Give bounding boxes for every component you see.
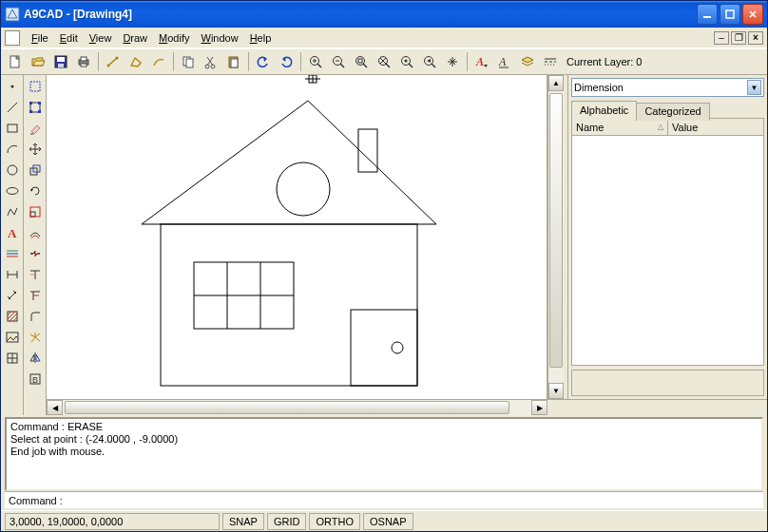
open-button[interactable] (28, 51, 48, 72)
erase-tool[interactable] (26, 119, 45, 138)
command-history[interactable]: Command : ERASE Select at point : (-24.0… (5, 417, 763, 491)
zoom-previous-button[interactable] (419, 51, 440, 72)
svg-point-10 (107, 65, 110, 67)
scroll-down-button[interactable]: ▼ (548, 383, 564, 399)
scroll-right-button[interactable]: ▶ (531, 400, 547, 415)
distance-button[interactable] (103, 51, 124, 72)
copy-tool[interactable] (26, 161, 45, 180)
arc-tool[interactable] (3, 140, 22, 159)
print-button[interactable] (73, 51, 94, 72)
zoom-window-button[interactable] (351, 51, 372, 72)
svg-rect-51 (358, 129, 377, 172)
mdi-doc-icon[interactable] (5, 30, 20, 46)
object-type-dropdown[interactable]: Dimension ▼ (571, 78, 764, 97)
menu-file[interactable]: File (26, 30, 54, 46)
text-tool[interactable]: A (3, 223, 22, 242)
select-tool[interactable] (26, 77, 45, 96)
copy-button[interactable] (178, 51, 199, 72)
polyline-tool[interactable] (3, 202, 22, 221)
new-button[interactable] (5, 51, 26, 72)
menu-view[interactable]: View (84, 30, 118, 46)
menu-modify[interactable]: Modify (153, 30, 195, 46)
zoom-out-button[interactable] (328, 51, 349, 72)
point-tool[interactable] (3, 77, 22, 96)
layers-button[interactable] (517, 51, 538, 72)
extend-tool[interactable] (26, 286, 45, 305)
property-grid[interactable] (571, 136, 764, 366)
hatch-tool[interactable] (3, 307, 22, 326)
circle-tool[interactable] (3, 161, 22, 180)
zoom-extent-button[interactable] (374, 51, 394, 72)
list-button[interactable] (148, 51, 169, 72)
offset-tool[interactable] (26, 223, 45, 242)
mirror-tool[interactable] (26, 349, 45, 368)
svg-rect-1 (703, 16, 711, 18)
scroll-up-button[interactable]: ▲ (548, 75, 564, 91)
drawing-content (47, 75, 547, 399)
dim-style-button[interactable]: A (494, 51, 515, 72)
minimize-button[interactable] (697, 4, 718, 25)
drawing-canvas[interactable] (47, 75, 547, 399)
menu-draw[interactable]: Draw (117, 30, 153, 46)
ellipse-tool[interactable] (3, 181, 22, 200)
col-name[interactable]: Name△ (572, 119, 668, 135)
zoom-in-button[interactable] (305, 51, 326, 72)
svg-rect-29 (8, 124, 17, 132)
scroll-left-button[interactable]: ◀ (47, 400, 63, 415)
rectangle-tool[interactable] (3, 119, 22, 138)
svg-point-31 (7, 188, 18, 195)
tab-categorized[interactable]: Categorized (636, 103, 709, 121)
menu-help[interactable]: Help (244, 30, 278, 46)
line-tool[interactable] (3, 98, 22, 117)
tab-alphabetic[interactable]: Alphabetic (571, 101, 637, 119)
make-block-tool[interactable]: B (26, 370, 45, 389)
scale-tool[interactable] (26, 202, 45, 221)
menu-window[interactable]: Window (195, 30, 243, 46)
menu-edit[interactable]: Edit (54, 30, 84, 46)
dropdown-arrow-icon[interactable]: ▼ (747, 80, 761, 95)
dim-aligned-tool[interactable] (3, 286, 22, 305)
move-tool[interactable] (26, 140, 45, 159)
rotate-tool[interactable] (26, 181, 45, 200)
svg-rect-6 (58, 64, 64, 67)
break-tool[interactable] (26, 244, 45, 263)
col-value[interactable]: Value (668, 119, 763, 135)
grid-toggle[interactable]: GRID (267, 513, 307, 530)
maximize-button[interactable] (720, 4, 740, 25)
block-insert-tool[interactable] (3, 349, 22, 368)
linetypes-button[interactable] (540, 51, 561, 72)
vertical-scrollbar[interactable]: ▲ ▼ (547, 75, 564, 399)
cut-button[interactable] (201, 51, 221, 72)
snap-toggle[interactable]: SNAP (222, 513, 264, 530)
redo-button[interactable] (276, 51, 297, 72)
draw-toolbar: A (1, 75, 24, 415)
horizontal-scrollbar[interactable]: ◀ ▶ (47, 399, 547, 415)
trim-tool[interactable] (26, 265, 45, 284)
title-bar[interactable]: A9CAD - [Drawing4] (1, 1, 767, 28)
modify-toolbar: B (24, 75, 47, 415)
svg-rect-9 (81, 64, 86, 66)
explode-tool[interactable] (26, 328, 45, 347)
area-button[interactable] (125, 51, 146, 72)
paste-button[interactable] (223, 51, 244, 72)
mdi-minimize-button[interactable]: – (714, 31, 729, 45)
close-button[interactable] (742, 4, 763, 25)
save-button[interactable] (50, 51, 71, 72)
command-input[interactable]: Command : (5, 491, 763, 508)
current-layer-label: Current Layer: 0 (563, 56, 645, 67)
cmd-line: Select at point : (-24.0000 , -9.0000) (10, 433, 758, 446)
mdi-restore-button[interactable]: ❐ (731, 31, 746, 45)
pan-button[interactable] (442, 51, 463, 72)
zoom-realtime-button[interactable] (396, 51, 417, 72)
sort-asc-icon: △ (658, 123, 663, 131)
image-insert-tool[interactable] (3, 328, 22, 347)
undo-button[interactable] (253, 51, 274, 72)
text-style-button[interactable]: A (471, 51, 492, 72)
osnap-toggle[interactable]: OSNAP (363, 513, 413, 530)
mdi-close-button[interactable]: × (748, 31, 763, 45)
ortho-toggle[interactable]: ORTHO (309, 513, 360, 530)
dim-linear-tool[interactable] (3, 265, 22, 284)
fillet-tool[interactable] (26, 307, 45, 326)
grips-tool[interactable] (26, 98, 45, 117)
mtext-tool[interactable] (3, 244, 22, 263)
